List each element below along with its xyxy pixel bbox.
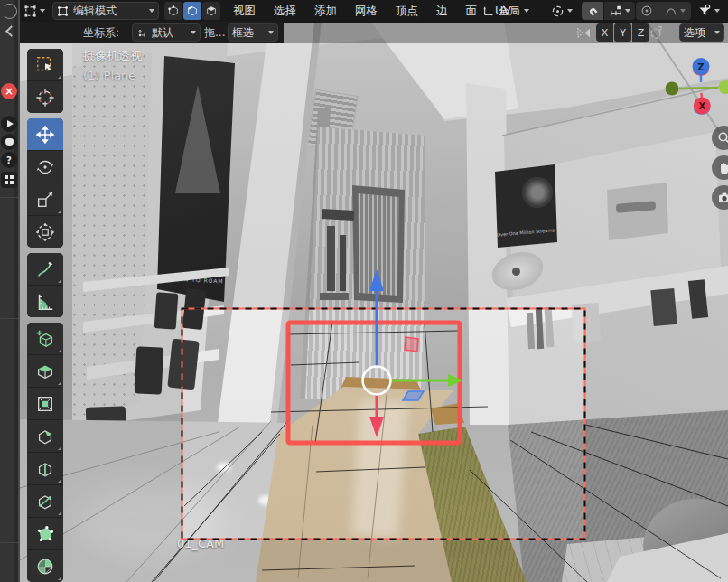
dock-divider-2 (0, 318, 18, 319)
menu-vertex[interactable]: 顶点 (387, 0, 427, 22)
tool-inset-faces[interactable] (27, 388, 63, 419)
tool-orientation-dropdown[interactable]: 默认 (132, 23, 201, 42)
magnifier-icon (717, 131, 728, 146)
tool-knife[interactable] (27, 485, 63, 517)
mode-icon-selector[interactable] (23, 2, 45, 20)
snap-toggle-button[interactable] (582, 2, 603, 20)
mode-dropdown[interactable]: 编辑模式 (52, 2, 159, 20)
drag-mode-value: 框选 (232, 25, 254, 41)
hand-circle-icon[interactable] (1, 134, 17, 150)
pivot-point-icon (551, 5, 565, 18)
options-label: 选项 (684, 25, 705, 41)
cursor-transform-icon (136, 27, 148, 39)
chevron-down-icon (567, 9, 573, 13)
mirror-icon-button[interactable] (576, 23, 592, 42)
tool-move[interactable] (27, 118, 63, 150)
tool-expand-corner (58, 75, 61, 79)
edit-mode-icon (57, 5, 69, 17)
chevron-down-icon (714, 9, 720, 13)
options-popover[interactable]: 选项 (679, 23, 724, 42)
show-gizmo-filter-icon (697, 4, 712, 18)
close-badge-icon[interactable]: × (1, 83, 17, 99)
tool-expand-corner (58, 279, 61, 283)
blender-window: BORN TO ROAM Over One Million Streams (0, 0, 728, 582)
pivot-dropdown[interactable] (551, 2, 573, 20)
chevron-down-icon (191, 31, 196, 34)
active-object-label: (1) Plane (83, 69, 135, 82)
photo-floor-spot-1 (217, 463, 231, 472)
menu-select[interactable]: 选择 (265, 0, 305, 22)
left-dock-strip: × ? (0, 0, 20, 582)
snap-base-button[interactable] (649, 23, 663, 42)
mirror-icon (576, 26, 592, 40)
chevron-down-icon (524, 9, 529, 13)
chevron-down-icon (680, 9, 686, 13)
tool-transform[interactable] (27, 216, 63, 248)
grid-circle-icon[interactable] (1, 172, 17, 188)
dock-divider-1 (0, 197, 18, 198)
tool-select-box[interactable] (27, 49, 63, 80)
snap-group (582, 2, 635, 20)
chevron-down-icon (714, 31, 720, 34)
hand-icon (717, 161, 728, 175)
tool-expand-corner (58, 577, 61, 580)
passepartout-top (20, 22, 728, 308)
edge-select-button[interactable] (183, 2, 201, 20)
help-circle-icon[interactable]: ? (1, 152, 17, 168)
mirror-x-button[interactable]: X (596, 23, 613, 42)
filter-dropdown[interactable] (697, 2, 720, 20)
tool-settings-bar: 坐标系: 默认 拖... 框选 X Y (0, 22, 728, 43)
mirror-z-button[interactable]: Z (632, 23, 649, 42)
passepartout-bottom (20, 540, 728, 582)
tool-bevel[interactable] (27, 420, 63, 452)
play-circle-icon[interactable] (1, 116, 17, 132)
dashed-circle-icon (649, 25, 663, 40)
header-menubar: 视图 选择 添加 网格 顶点 边 面 UV (224, 0, 520, 22)
tool-poly-build[interactable] (27, 518, 63, 549)
face-select-button[interactable] (202, 2, 220, 20)
chevron-down-icon (268, 31, 274, 34)
viewport-header: 编辑模式 视图 选择 添加 网格 顶点 边 面 UV (0, 0, 728, 23)
tool-cursor[interactable] (27, 81, 63, 113)
menu-view[interactable]: 视图 (224, 0, 265, 22)
drag-mode-dropdown[interactable]: 框选 (228, 23, 278, 42)
camera-name-label: 01_CAM (177, 537, 224, 550)
view-perspective-label: 摄像机透视 (83, 48, 142, 64)
drag-label: 拖... (204, 23, 225, 42)
menu-add[interactable]: 添加 (305, 0, 346, 22)
tool-spin[interactable] (27, 550, 63, 582)
tool-annotate[interactable] (27, 253, 63, 285)
snap-settings-dropdown[interactable] (604, 2, 635, 20)
proportional-group (636, 2, 691, 20)
falloff-dropdown[interactable] (658, 2, 691, 20)
menu-edge[interactable]: 边 (427, 0, 457, 22)
menu-mesh[interactable]: 网格 (346, 0, 387, 22)
tool-extrude-region[interactable] (27, 355, 63, 387)
tool-scale[interactable] (27, 183, 63, 215)
dock-chevron-icon[interactable] (5, 25, 17, 37)
mode-dropdown-label: 编辑模式 (73, 4, 117, 19)
tool-measure[interactable] (27, 286, 63, 317)
menu-uv[interactable]: UV (486, 0, 520, 22)
toolbar (27, 49, 63, 582)
tool-expand-corner (58, 381, 61, 385)
proportional-editing-icon (640, 5, 653, 17)
vertex-select-button[interactable] (164, 2, 182, 20)
tool-expand-corner (58, 210, 61, 213)
chevron-down-icon (149, 9, 154, 13)
tool-loop-cut[interactable] (27, 453, 63, 484)
tool-add-cube[interactable] (27, 323, 63, 354)
mirror-y-button[interactable]: Y (614, 23, 631, 42)
dock-divider-3 (0, 542, 18, 543)
camera-icon (717, 191, 728, 205)
tool-expand-corner (58, 446, 61, 450)
chevron-down-icon (625, 9, 630, 13)
proportional-toggle-button[interactable] (636, 2, 658, 20)
menu-face[interactable]: 面 (457, 0, 487, 22)
tool-orientation-value: 默认 (152, 25, 173, 41)
orientation-label: 坐标系: (83, 23, 119, 42)
tool-rotate[interactable] (27, 151, 63, 183)
magnet-icon (586, 5, 599, 17)
falloff-curve-icon (665, 5, 677, 17)
sync-circle-icon[interactable] (2, 4, 17, 19)
